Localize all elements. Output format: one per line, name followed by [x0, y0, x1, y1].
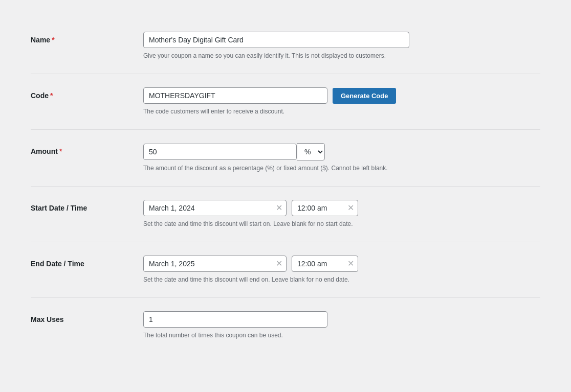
start-date-wrapper: ✕ — [143, 200, 287, 216]
max-uses-row: Max Uses The total number of times this … — [31, 300, 540, 351]
divider-2 — [31, 129, 540, 130]
max-uses-hint: The total number of times this coupon ca… — [143, 331, 540, 340]
end-time-wrapper: ✕ — [292, 256, 358, 272]
name-field: Give your coupon a name so you can easil… — [143, 32, 540, 60]
amount-hint: The amount of the discount as a percenta… — [143, 164, 540, 173]
start-date-clear-icon[interactable]: ✕ — [276, 204, 282, 212]
max-uses-label: Max Uses — [31, 311, 143, 324]
name-hint: Give your coupon a name so you can easil… — [143, 51, 540, 60]
end-datetime-inputs: ✕ ✕ — [143, 256, 540, 272]
end-datetime-field: ✕ ✕ Set the date and time this discount … — [143, 256, 540, 284]
name-row: Name* Give your coupon a name so you can… — [31, 20, 540, 72]
amount-row: Amount* % $ The amount of the discount a… — [31, 132, 540, 184]
amount-unit-select[interactable]: % $ — [297, 143, 325, 160]
end-date-clear-icon[interactable]: ✕ — [276, 260, 282, 268]
start-datetime-inputs: ✕ ✕ — [143, 200, 540, 216]
end-date-wrapper: ✕ — [143, 256, 287, 272]
amount-required-star: * — [59, 147, 62, 155]
code-input-row: Generate Code — [143, 87, 540, 104]
divider-1 — [31, 74, 540, 74]
name-label: Name* — [31, 32, 143, 44]
end-date-input[interactable] — [143, 256, 287, 272]
max-uses-input[interactable] — [143, 311, 327, 328]
code-row: Code* Generate Code The code customers w… — [31, 76, 540, 127]
max-uses-field: The total number of times this coupon ca… — [143, 311, 540, 340]
start-datetime-field: ✕ ✕ Set the date and time this discount … — [143, 200, 540, 228]
generate-code-button[interactable]: Generate Code — [333, 88, 396, 104]
code-required-star: * — [50, 91, 53, 100]
code-hint: The code customers will enter to receive… — [143, 107, 540, 116]
start-datetime-hint: Set the date and time this discount will… — [143, 219, 540, 228]
start-datetime-row: Start Date / Time ✕ ✕ Set the date and t… — [31, 189, 540, 240]
name-required-star: * — [52, 36, 54, 44]
amount-label: Amount* — [31, 143, 143, 155]
start-date-input[interactable] — [143, 200, 287, 216]
start-datetime-label: Start Date / Time — [31, 200, 143, 212]
divider-3 — [31, 186, 540, 187]
code-field: Generate Code The code customers will en… — [143, 87, 540, 116]
divider-5 — [31, 297, 540, 298]
code-input[interactable] — [143, 87, 327, 104]
end-datetime-hint: Set the date and time this discount will… — [143, 275, 540, 284]
amount-input[interactable] — [143, 144, 297, 160]
start-time-wrapper: ✕ — [292, 200, 358, 216]
code-label: Code* — [31, 87, 143, 100]
end-datetime-row: End Date / Time ✕ ✕ Set the date and tim… — [31, 244, 540, 295]
amount-field: % $ The amount of the discount as a perc… — [143, 143, 540, 173]
start-time-clear-icon[interactable]: ✕ — [347, 204, 354, 212]
end-datetime-label: End Date / Time — [31, 256, 143, 268]
divider-4 — [31, 242, 540, 242]
coupon-form: Name* Give your coupon a name so you can… — [10, 10, 561, 361]
end-time-clear-icon[interactable]: ✕ — [347, 260, 354, 268]
amount-input-row: % $ — [143, 143, 540, 160]
name-input[interactable] — [143, 32, 409, 48]
